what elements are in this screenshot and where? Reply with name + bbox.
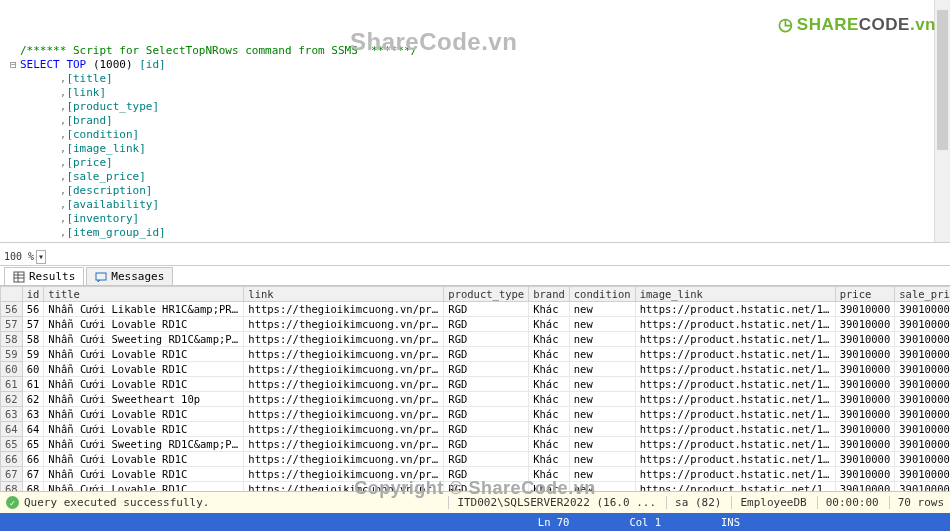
tab-messages[interactable]: Messages [86, 267, 173, 285]
table-row[interactable]: 6262Nhẫn Cưới Sweetheart 10phttps://theg… [1, 392, 951, 407]
cell-image_link[interactable]: https://product.hstatic.net/1000381168/p… [635, 377, 835, 392]
cell-id[interactable]: 59 [22, 347, 44, 362]
cell-link[interactable]: https://thegioikimcuong.vn/products/rgdl… [244, 422, 444, 437]
cell-id[interactable]: 61 [22, 377, 44, 392]
cell-link[interactable]: https://thegioikimcuong.vn/products/rgdl… [244, 377, 444, 392]
cell-price[interactable]: 39010000 [835, 317, 895, 332]
cell-title[interactable]: Nhẫn Cưới Lovable RD1C [44, 422, 244, 437]
cell-condition[interactable]: new [569, 467, 635, 482]
chevron-down-icon[interactable]: ▾ [36, 250, 46, 264]
cell-product_type[interactable]: RGD [444, 377, 529, 392]
cell-title[interactable]: Nhẫn Cưới Sweetheart 10p [44, 392, 244, 407]
cell-product_type[interactable]: RGD [444, 317, 529, 332]
cell-condition[interactable]: new [569, 347, 635, 362]
table-row[interactable]: 6161Nhẫn Cưới Lovable RD1Chttps://thegio… [1, 377, 951, 392]
row-number[interactable]: 60 [1, 362, 23, 377]
col-header-product_type[interactable]: product_type [444, 287, 529, 302]
cell-id[interactable]: 60 [22, 362, 44, 377]
cell-price[interactable]: 39010000 [835, 392, 895, 407]
table-row[interactable]: 6363Nhẫn Cưới Lovable RD1Chttps://thegio… [1, 407, 951, 422]
cell-condition[interactable]: new [569, 362, 635, 377]
tab-results[interactable]: Results [4, 267, 84, 285]
cell-condition[interactable]: new [569, 332, 635, 347]
cell-product_type[interactable]: RGD [444, 392, 529, 407]
cell-id[interactable]: 57 [22, 317, 44, 332]
cell-title[interactable]: Nhẫn Cưới Lovable RD1C [44, 377, 244, 392]
cell-price[interactable]: 39010000 [835, 347, 895, 362]
cell-image_link[interactable]: https://product.hstatic.net/1000381168/p… [635, 437, 835, 452]
cell-condition[interactable]: new [569, 302, 635, 317]
cell-price[interactable]: 39010000 [835, 452, 895, 467]
cell-title[interactable]: Nhẫn Cưới Lovable RD1C [44, 317, 244, 332]
cell-brand[interactable]: Khác [529, 422, 570, 437]
cell-image_link[interactable]: https://product.hstatic.net/1000381168/p… [635, 317, 835, 332]
cell-brand[interactable]: Khác [529, 452, 570, 467]
cell-sale_price[interactable]: 39010000 [895, 302, 950, 317]
cell-condition[interactable]: new [569, 422, 635, 437]
cell-brand[interactable]: Khác [529, 407, 570, 422]
cell-image_link[interactable]: https://product.hstatic.net/1000381168/p… [635, 467, 835, 482]
row-number[interactable]: 63 [1, 407, 23, 422]
cell-image_link[interactable]: https://product.hstatic.net/1000381168/p… [635, 392, 835, 407]
cell-title[interactable]: Nhẫn Cưới Lovable RD1C [44, 347, 244, 362]
cell-link[interactable]: https://thegioikimcuong.vn/products/rgds… [244, 437, 444, 452]
cell-link[interactable]: https://thegioikimcuong.vn/products/rgdl… [244, 302, 444, 317]
zoom-selector[interactable]: 100 %▾ [0, 248, 950, 266]
cell-product_type[interactable]: RGD [444, 302, 529, 317]
cell-image_link[interactable]: https://product.hstatic.net/1000381168/p… [635, 347, 835, 362]
cell-brand[interactable]: Khác [529, 317, 570, 332]
cell-sale_price[interactable]: 39010000 [895, 452, 950, 467]
cell-link[interactable]: https://thegioikimcuong.vn/products/rgdl… [244, 392, 444, 407]
cell-brand[interactable]: Khác [529, 362, 570, 377]
cell-link[interactable]: https://thegioikimcuong.vn/products/rgdl… [244, 467, 444, 482]
cell-product_type[interactable]: RGD [444, 332, 529, 347]
table-row[interactable]: 6464Nhẫn Cưới Lovable RD1Chttps://thegio… [1, 422, 951, 437]
cell-brand[interactable]: Khác [529, 392, 570, 407]
sql-editor[interactable]: /****** Script for SelectTopNRows comman… [0, 0, 950, 242]
cell-brand[interactable]: Khác [529, 332, 570, 347]
table-row[interactable]: 5757Nhẫn Cưới Lovable RD1Chttps://thegio… [1, 317, 951, 332]
cell-product_type[interactable]: RGD [444, 452, 529, 467]
cell-price[interactable]: 39010000 [835, 302, 895, 317]
cell-sale_price[interactable]: 39010000 [895, 332, 950, 347]
table-row[interactable]: 6666Nhẫn Cưới Lovable RD1Chttps://thegio… [1, 452, 951, 467]
col-header-id[interactable]: id [22, 287, 44, 302]
table-row[interactable]: 6565Nhẫn Cưới Sweeting RD1C&amp;PR1Chttp… [1, 437, 951, 452]
row-number[interactable]: 67 [1, 467, 23, 482]
cell-price[interactable]: 39010000 [835, 332, 895, 347]
cell-title[interactable]: Nhẫn Cưới Sweeting RD1C&amp;PR1C [44, 332, 244, 347]
cell-sale_price[interactable]: 39010000 [895, 347, 950, 362]
row-number[interactable]: 62 [1, 392, 23, 407]
cell-product_type[interactable]: RGD [444, 422, 529, 437]
cell-price[interactable]: 39010000 [835, 362, 895, 377]
cell-product_type[interactable]: RGD [444, 347, 529, 362]
row-number[interactable]: 58 [1, 332, 23, 347]
cell-brand[interactable]: Khác [529, 377, 570, 392]
table-row[interactable]: 6767Nhẫn Cưới Lovable RD1Chttps://thegio… [1, 467, 951, 482]
cell-id[interactable]: 67 [22, 467, 44, 482]
cell-price[interactable]: 39010000 [835, 407, 895, 422]
cell-image_link[interactable]: https://product.hstatic.net/1000381168/p… [635, 302, 835, 317]
col-header-link[interactable]: link [244, 287, 444, 302]
cell-link[interactable]: https://thegioikimcuong.vn/products/rgdl… [244, 317, 444, 332]
cell-sale_price[interactable]: 39010000 [895, 437, 950, 452]
cell-id[interactable]: 62 [22, 392, 44, 407]
cell-link[interactable]: https://thegioikimcuong.vn/products/rgdl… [244, 347, 444, 362]
cell-price[interactable]: 39010000 [835, 437, 895, 452]
cell-product_type[interactable]: RGD [444, 362, 529, 377]
cell-product_type[interactable]: RGD [444, 437, 529, 452]
cell-brand[interactable]: Khác [529, 347, 570, 362]
cell-sale_price[interactable]: 39010000 [895, 407, 950, 422]
cell-link[interactable]: https://thegioikimcuong.vn/products/rgdl… [244, 452, 444, 467]
cell-sale_price[interactable]: 39010000 [895, 377, 950, 392]
col-header-sale_price[interactable]: sale_price [895, 287, 950, 302]
cell-image_link[interactable]: https://product.hstatic.net/1000381168/p… [635, 407, 835, 422]
cell-brand[interactable]: Khác [529, 467, 570, 482]
cell-id[interactable]: 58 [22, 332, 44, 347]
cell-title[interactable]: Nhẫn Cưới Lovable RD1C [44, 452, 244, 467]
cell-product_type[interactable]: RGD [444, 407, 529, 422]
table-row[interactable]: 5959Nhẫn Cưới Lovable RD1Chttps://thegio… [1, 347, 951, 362]
editor-scrollbar[interactable] [934, 0, 950, 242]
cell-id[interactable]: 64 [22, 422, 44, 437]
row-number[interactable]: 61 [1, 377, 23, 392]
